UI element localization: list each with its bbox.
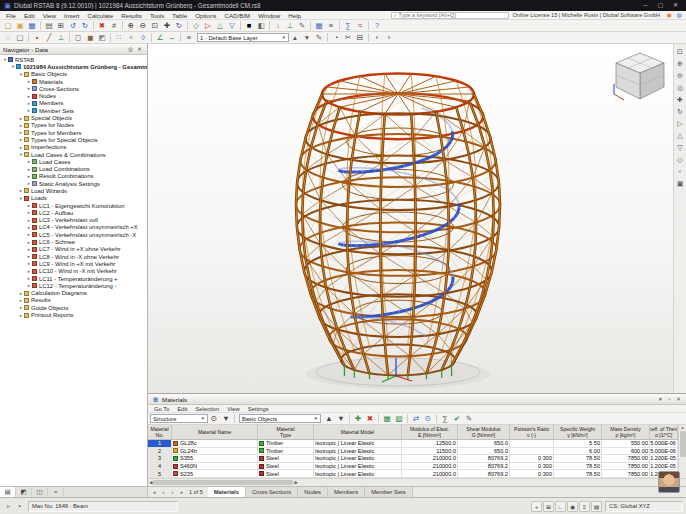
tree-item-lc2-aufbau[interactable]: ▸LC2 - Aufbau <box>0 209 147 216</box>
modulus-cell[interactable]: 11500.0 <box>402 448 458 455</box>
view-z-icon[interactable]: ▽ <box>675 142 686 153</box>
keyword-search-input[interactable] <box>399 12 506 18</box>
layers-icon[interactable]: ≡ <box>183 32 195 43</box>
tree-item-load-cases[interactable]: ▸Load Cases <box>0 158 147 165</box>
tree-item-types-for-members[interactable]: ▸Types for Members <box>0 129 147 136</box>
tree-item-load-combinations[interactable]: ▸Load Combinations <box>0 165 147 172</box>
thermal-coeff-cell[interactable]: 5.000E-06 <box>650 448 678 455</box>
rotate-view-icon[interactable]: ↻ <box>173 20 185 31</box>
tree-item-nodes[interactable]: ▸Nodes <box>0 92 147 99</box>
next-view-icon[interactable]: › <box>383 32 395 43</box>
tree-item-special-objects[interactable]: ▸Special Objects <box>0 114 147 121</box>
rotate-view-icon[interactable]: ↻ <box>675 106 686 117</box>
poisson-cell[interactable] <box>510 440 554 447</box>
results-toggle-icon[interactable]: ≈ <box>354 20 366 31</box>
row-number-cell[interactable]: 5 <box>148 470 172 477</box>
table-vertical-scrollbar[interactable]: ▲ <box>678 425 686 478</box>
delete-row-icon[interactable]: ✖ <box>364 413 376 424</box>
layer-spin-up-icon[interactable]: ▴ <box>289 32 301 43</box>
last-table-icon[interactable]: » <box>177 488 186 497</box>
row-number-cell[interactable]: 1 <box>148 440 172 447</box>
tree-item-lc6-schnee[interactable]: ▸LC6 - Schnee <box>0 238 147 245</box>
select-window-icon[interactable]: ▢ <box>14 32 26 43</box>
tree-item-result-combinations[interactable]: ▸Result Combinations <box>0 173 147 180</box>
open-model-icon[interactable]: ▣ <box>14 20 26 31</box>
dxf-toggle-icon[interactable]: ▤ <box>591 501 602 512</box>
row-number-cell[interactable]: 3 <box>148 455 172 462</box>
specific-weight-cell[interactable]: 78.50 <box>554 455 602 462</box>
keyword-search[interactable]: ⌕ <box>391 12 509 19</box>
table-search-icon[interactable]: ⊙ <box>208 413 220 424</box>
thermal-coeff-cell[interactable]: 1.200E-05 <box>650 455 678 462</box>
poisson-cell[interactable]: 0.300 <box>510 455 554 462</box>
export-table-icon[interactable]: ▧ <box>393 413 405 424</box>
tab-views-icon[interactable]: ◫ <box>32 487 48 497</box>
render-mode-icon[interactable]: ◧ <box>255 20 267 31</box>
pan-view-icon[interactable]: ✚ <box>675 94 686 105</box>
entry-mode-icon[interactable]: ▪ <box>14 501 25 512</box>
zoom-in-icon[interactable]: ⊕ <box>125 20 137 31</box>
grid-toggle-icon[interactable]: ⊞ <box>543 501 554 512</box>
zoom-in-icon[interactable]: ⊕ <box>675 58 686 69</box>
table-row-material-s355[interactable]: 3S355SteelIsotropic | Linear Elastic2100… <box>148 455 678 463</box>
work-plane-icon[interactable]: ◊ <box>137 32 149 43</box>
modulus-cell[interactable]: 210000.0 <box>402 455 458 462</box>
table-row-material-s460n[interactable]: 4S460NSteelIsotropic | Linear Elastic210… <box>148 463 678 471</box>
rstab-app-icon[interactable]: ▣ <box>3 0 12 11</box>
column-header-shear-modulus-g-n-mm[interactable]: Shear ModulusG [N/mm²] <box>458 425 510 439</box>
show-grid-icon[interactable]: ∷ <box>113 32 125 43</box>
material-model-cell[interactable]: Isotropic | Linear Elastic <box>314 440 402 447</box>
ortho-toggle-icon[interactable]: ∟ <box>555 501 566 512</box>
tree-item-lc3-verkehrslast-voll[interactable]: ▸LC3 - Verkehrslast voll <box>0 217 147 224</box>
scrollbar-thumb[interactable] <box>680 431 686 457</box>
navigator-caption[interactable]: Navigator - Data ◎✕ <box>0 44 147 55</box>
insert-row-icon[interactable]: ✚ <box>352 413 364 424</box>
row-number-cell[interactable]: 2 <box>148 448 172 455</box>
tree-item-types-for-special-objects[interactable]: ▸Types for Special Objects <box>0 136 147 143</box>
new-member-icon[interactable]: ╱ <box>43 32 55 43</box>
table-horizontal-scrollbar[interactable]: ◀ ▶ <box>148 478 686 486</box>
tree-item-lc11-temperatur-nderung[interactable]: ▸LC11 - Temperaturänderung + <box>0 275 147 282</box>
show-supports-icon[interactable]: ⊥ <box>284 20 296 31</box>
specific-weight-cell[interactable]: 78.50 <box>554 470 602 477</box>
specific-weight-cell[interactable]: 78.50 <box>554 463 602 470</box>
renumber-icon[interactable]: # <box>108 20 120 31</box>
menu-results[interactable]: Results <box>117 11 146 20</box>
object-snap-toggle-icon[interactable]: ◉ <box>567 501 578 512</box>
sum-icon[interactable]: ∑ <box>439 413 451 424</box>
table-tab-member-sets[interactable]: Member Sets <box>365 487 412 497</box>
menu-window[interactable]: Window <box>254 11 284 20</box>
minimize-icon[interactable]: ─ <box>638 0 653 11</box>
column-header-material-model[interactable]: Material Model <box>314 425 402 439</box>
previous-view-icon[interactable]: ‹ <box>675 166 686 177</box>
material-type-cell[interactable]: Timber <box>258 440 314 447</box>
specific-weight-cell[interactable]: 6.00 <box>554 448 602 455</box>
mass-density-cell[interactable]: 600.00 <box>602 448 650 455</box>
tree-item-members[interactable]: ▸Members <box>0 100 147 107</box>
calculate-all-icon[interactable]: ∑ <box>342 20 354 31</box>
material-type-cell[interactable]: Steel <box>258 470 314 477</box>
tab-display-icon[interactable]: ◩ <box>16 487 32 497</box>
material-name-cell[interactable]: GL24h <box>172 448 258 455</box>
modulus-cell[interactable]: 210000.0 <box>402 470 458 477</box>
specific-weight-cell[interactable]: 5.50 <box>554 440 602 447</box>
first-table-icon[interactable]: « <box>150 488 159 497</box>
pointer-mode-icon[interactable]: ▹ <box>3 501 14 512</box>
tree-item-guide-objects[interactable]: ▸Guide Objects <box>0 304 147 311</box>
material-name-cell[interactable]: GL28c <box>172 440 258 447</box>
float-panel-icon[interactable]: ▫ <box>665 395 674 404</box>
user-avatar[interactable] <box>658 471 680 493</box>
wireframe-display-icon[interactable]: ◻ <box>72 32 84 43</box>
menu-table[interactable]: Table <box>168 11 191 20</box>
close-panel-icon[interactable]: ✕ <box>674 395 683 404</box>
table-tab-materials[interactable]: Materials <box>208 487 246 497</box>
column-header-coeff-of-therm-1-c[interactable]: Coeff. of Therm.α [1/°C] <box>650 425 678 439</box>
tree-item-lc10-wind-in-x-mit-verkehr[interactable]: ▸LC10 - Wind in -X mit Verkehr <box>0 268 147 275</box>
table-menu-selection[interactable]: Selection <box>191 406 223 412</box>
column-header-specific-weight-kn-m[interactable]: Specific Weightγ [kN/m³] <box>554 425 602 439</box>
table-menu-settings[interactable]: Settings <box>244 406 273 412</box>
menu-edit[interactable]: Edit <box>20 11 39 20</box>
poisson-cell[interactable] <box>510 448 554 455</box>
shear-modulus-cell[interactable]: 650.0 <box>458 440 510 447</box>
objects-combobox[interactable]: Basic Objects ▼ <box>239 414 321 423</box>
